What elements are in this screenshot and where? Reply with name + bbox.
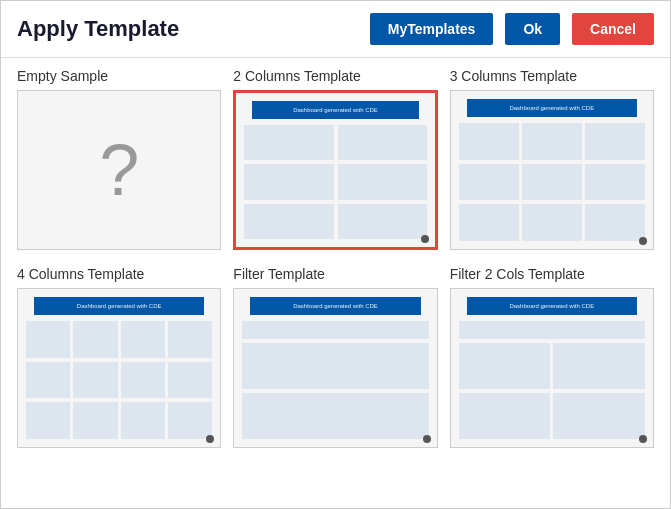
preview-row-2col-1 — [244, 125, 426, 160]
preview-cell — [73, 402, 117, 439]
template-label-2col: 2 Columns Template — [233, 68, 437, 84]
template-label-3col: 3 Columns Template — [450, 68, 654, 84]
preview-header-4col: Dashboard generated with CDE — [34, 297, 204, 315]
preview-row-3col-2 — [459, 164, 645, 201]
preview-row-filter-1 — [242, 343, 428, 389]
preview-header-filter2: Dashboard generated with CDE — [467, 297, 637, 315]
template-preview-2col[interactable]: Dashboard generated with CDE — [233, 90, 437, 250]
four-col-layout: Dashboard generated with CDE — [18, 289, 220, 447]
template-label-empty: Empty Sample — [17, 68, 221, 84]
preview-cell — [338, 125, 427, 160]
filter2-bar — [459, 321, 645, 339]
preview-cell — [121, 321, 165, 358]
filter-layout: Dashboard generated with CDE — [234, 289, 436, 447]
preview-cell — [522, 164, 582, 201]
preview-cell — [459, 204, 519, 241]
filter-bar — [242, 321, 428, 339]
preview-cell — [168, 321, 212, 358]
preview-cell — [244, 125, 333, 160]
preview-footer-3col — [639, 237, 647, 245]
my-templates-button[interactable]: MyTemplates — [370, 13, 494, 45]
preview-cell — [244, 204, 333, 239]
preview-row-4col-1 — [26, 321, 212, 358]
preview-cell — [168, 362, 212, 399]
template-item-empty-sample[interactable]: Empty Sample ? — [17, 68, 221, 250]
preview-cell — [26, 362, 70, 399]
preview-row-filter2-1 — [459, 343, 645, 389]
preview-header-text-2col: Dashboard generated with CDE — [293, 107, 378, 113]
empty-preview-content: ? — [18, 91, 220, 249]
template-label-filter: Filter Template — [233, 266, 437, 282]
preview-cell — [121, 402, 165, 439]
two-col-layout: Dashboard generated with CDE — [236, 93, 434, 247]
question-mark-icon: ? — [99, 134, 139, 206]
preview-header-2col: Dashboard generated with CDE — [252, 101, 418, 119]
preview-cell — [168, 402, 212, 439]
preview-cell — [585, 123, 645, 160]
preview-header-text-4col: Dashboard generated with CDE — [77, 303, 162, 309]
preview-cell — [73, 321, 117, 358]
three-col-layout: Dashboard generated with CDE — [451, 91, 653, 249]
template-preview-3col[interactable]: Dashboard generated with CDE — [450, 90, 654, 250]
preview-cell — [242, 393, 428, 439]
preview-cell — [73, 362, 117, 399]
preview-cell — [242, 343, 428, 389]
preview-row-4col-3 — [26, 402, 212, 439]
preview-header-text-3col: Dashboard generated with CDE — [509, 105, 594, 111]
preview-header-text-filter: Dashboard generated with CDE — [293, 303, 378, 309]
preview-row-filter-2 — [242, 393, 428, 439]
preview-cell — [459, 164, 519, 201]
template-item-3col[interactable]: 3 Columns Template Dashboard generated w… — [450, 68, 654, 250]
preview-footer-4col — [206, 435, 214, 443]
template-item-4col[interactable]: 4 Columns Template Dashboard generated w… — [17, 266, 221, 448]
template-item-2col[interactable]: 2 Columns Template Dashboard generated w… — [233, 68, 437, 250]
preview-header-3col: Dashboard generated with CDE — [467, 99, 637, 117]
template-grid: Empty Sample ? 2 Columns Template Dashbo… — [1, 58, 670, 508]
preview-footer-2col — [421, 235, 429, 243]
preview-footer-filter — [423, 435, 431, 443]
apply-template-dialog: Apply Template MyTemplates Ok Cancel Emp… — [0, 0, 671, 509]
template-label-filter2: Filter 2 Cols Template — [450, 266, 654, 282]
preview-cell — [522, 204, 582, 241]
preview-cell — [553, 343, 645, 389]
preview-cell — [26, 402, 70, 439]
preview-cell — [338, 204, 427, 239]
template-preview-filter2[interactable]: Dashboard generated with CDE — [450, 288, 654, 448]
preview-row-4col-2 — [26, 362, 212, 399]
template-item-filter[interactable]: Filter Template Dashboard generated with… — [233, 266, 437, 448]
template-label-4col: 4 Columns Template — [17, 266, 221, 282]
filter2-layout: Dashboard generated with CDE — [451, 289, 653, 447]
preview-row-3col-1 — [459, 123, 645, 160]
preview-row-filter2-2 — [459, 393, 645, 439]
preview-cell — [121, 362, 165, 399]
template-preview-empty[interactable]: ? — [17, 90, 221, 250]
ok-button[interactable]: Ok — [505, 13, 560, 45]
preview-cell — [338, 164, 427, 199]
dialog-header: Apply Template MyTemplates Ok Cancel — [1, 1, 670, 58]
preview-row-3col-3 — [459, 204, 645, 241]
template-preview-4col[interactable]: Dashboard generated with CDE — [17, 288, 221, 448]
preview-row-2col-2 — [244, 164, 426, 199]
preview-cell — [522, 123, 582, 160]
preview-cell — [244, 164, 333, 199]
dialog-title: Apply Template — [17, 16, 358, 42]
cancel-button[interactable]: Cancel — [572, 13, 654, 45]
preview-cell — [459, 393, 551, 439]
preview-cell — [26, 321, 70, 358]
preview-cell — [459, 123, 519, 160]
preview-header-text-filter2: Dashboard generated with CDE — [509, 303, 594, 309]
preview-cell — [585, 164, 645, 201]
preview-cell — [553, 393, 645, 439]
preview-cell — [585, 204, 645, 241]
preview-cell — [459, 343, 551, 389]
template-preview-filter[interactable]: Dashboard generated with CDE — [233, 288, 437, 448]
preview-footer-filter2 — [639, 435, 647, 443]
template-item-filter2[interactable]: Filter 2 Cols Template Dashboard generat… — [450, 266, 654, 448]
preview-row-2col-3 — [244, 204, 426, 239]
preview-header-filter: Dashboard generated with CDE — [250, 297, 420, 315]
